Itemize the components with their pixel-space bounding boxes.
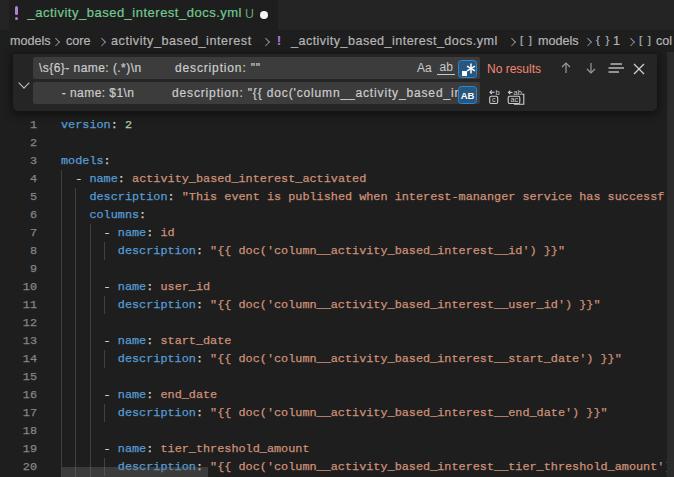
svg-text:b: b: [495, 89, 499, 97]
svg-text:c: c: [491, 95, 495, 104]
svg-text:ac: ac: [511, 95, 519, 104]
